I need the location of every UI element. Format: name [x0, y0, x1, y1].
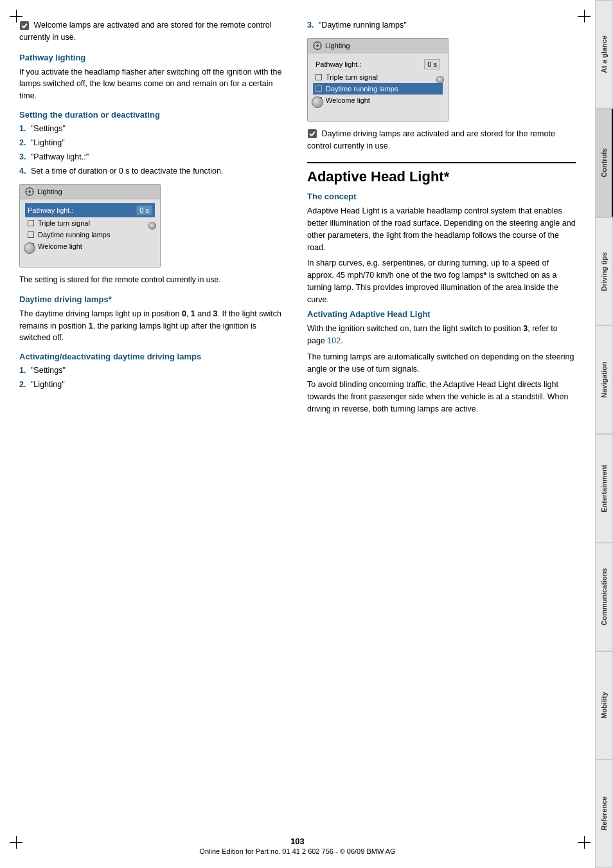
setting-duration-heading: Setting the duration or deactivating — [19, 110, 288, 120]
concept-heading: The concept — [307, 192, 576, 201]
screen1-knob-right — [148, 222, 156, 230]
activating-daytime-heading: Activating/deactivating daytime driving … — [19, 352, 288, 361]
sidebar-tab-driving-tips[interactable]: Driving tips — [595, 217, 613, 326]
daytime-lamps-text: The daytime driving lamps light up in po… — [19, 308, 288, 344]
activating-ahl-heading: Activating Adaptive Head Light — [307, 309, 576, 319]
footer-text: Online Edition for Part no. 01 41 2 602 … — [0, 847, 595, 855]
svg-point-2 — [28, 190, 31, 193]
svg-point-8 — [316, 44, 319, 47]
screen1-caption: The setting is stored for the remote con… — [19, 274, 288, 285]
screen1-header: Lighting — [20, 185, 160, 199]
page-102-link[interactable]: 102 — [327, 336, 341, 345]
sidebar-tab-controls[interactable]: Controls — [595, 109, 613, 217]
adaptive-head-light-heading: Adaptive Head Light* — [307, 162, 576, 185]
screen2-header: Lighting — [308, 39, 448, 53]
screen2-knob-right — [436, 76, 444, 84]
screen2-knob-left — [312, 96, 323, 108]
screen-mockup-1: Lighting Pathway light.: 0 s Triple turn… — [19, 184, 161, 267]
sidebar-tab-communications[interactable]: Communications — [595, 543, 613, 651]
screen2-row-4: Welcome light — [313, 95, 443, 106]
corner-mark-top-right — [578, 10, 591, 23]
right-column: 3. "Daytime running lamps" Lighting P — [307, 13, 576, 823]
screen2-row-2: Triple turn signal — [313, 71, 443, 83]
activating-step-2: 2. "Lighting" — [19, 378, 288, 391]
screen-mockup-2: Lighting Pathway light.: 0 s Triple turn… — [307, 38, 449, 122]
sidebar-tab-navigation[interactable]: Navigation — [595, 325, 613, 434]
activating-daytime-steps: 1. "Settings" 2. "Lighting" — [19, 364, 288, 391]
activating-ahl-text-1: With the ignition switched on, turn the … — [307, 323, 576, 347]
screen2-row-3: Daytime running lamps — [313, 83, 443, 95]
step-1: 1. "Settings" — [19, 122, 288, 135]
sidebar-tab-entertainment[interactable]: Entertainment — [595, 434, 613, 543]
step3-daytime: 3. "Daytime running lamps" — [307, 19, 576, 32]
daytime-lamps-heading: Daytime driving lamps* — [19, 294, 288, 304]
step-2: 2. "Lighting" — [19, 136, 288, 149]
pathway-lighting-heading: Pathway lighting — [19, 53, 288, 62]
setting-duration-steps: 1. "Settings" 2. "Lighting" 3. "Pathway … — [19, 122, 288, 177]
activating-ahl-text-2: The turning lamps are automatically swit… — [307, 351, 576, 375]
screen1-row-4: Welcome light — [25, 240, 155, 252]
intro-note: Welcome lamps are activated and are stor… — [19, 19, 288, 44]
step-4: 4. Set a time of duration or 0 s to deac… — [19, 165, 288, 177]
screen2-body: Pathway light.: 0 s Triple turn signal D… — [308, 53, 448, 110]
left-column: Welcome lamps are activated and are stor… — [19, 13, 288, 823]
activating-step-1: 1. "Settings" — [19, 364, 288, 377]
activating-ahl-text-3: To avoid blinding oncoming traffic, the … — [307, 379, 576, 415]
sidebar-tab-reference[interactable]: Reference — [595, 759, 613, 868]
svg-rect-13 — [308, 129, 317, 138]
page-number: 103 — [0, 836, 595, 846]
main-content: Welcome lamps are activated and are stor… — [0, 0, 595, 836]
screen2-note: Daytime driving lamps are activated and … — [307, 128, 576, 152]
screen1-knob-left — [24, 242, 35, 254]
sidebar-tab-mobility[interactable]: Mobility — [595, 651, 613, 760]
concept-text-2: In sharp curves, e.g. serpentines, or du… — [307, 257, 576, 305]
screen2-row-1: Pathway light.: 0 s — [313, 57, 443, 71]
corner-mark-top-left — [10, 10, 22, 23]
screen1-row-3: Daytime running lamps — [25, 229, 155, 240]
checkmark-icon-2 — [307, 129, 317, 139]
concept-text-1: Adaptive Head Light is a variable headla… — [307, 205, 576, 253]
screen1-row-2: Triple turn signal — [25, 217, 155, 229]
step-3: 3. "Pathway light.:" — [19, 150, 288, 163]
sidebar-tab-at-a-glance[interactable]: At a glance — [595, 0, 613, 109]
sidebar-tabs: At a glance Controls Driving tips Naviga… — [595, 0, 613, 868]
page-footer: 103 Online Edition for Part no. 01 41 2 … — [0, 836, 595, 855]
screen1-body: Pathway light.: 0 s Triple turn signal D… — [20, 199, 160, 256]
pathway-lighting-text: If you activate the headlamp flasher aft… — [19, 66, 288, 102]
screen1-row-1: Pathway light.: 0 s — [25, 203, 155, 217]
